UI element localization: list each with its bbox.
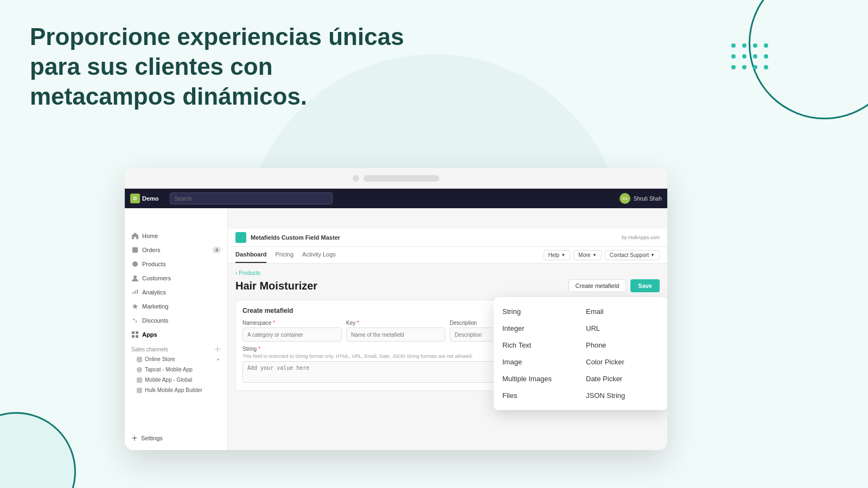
products-icon bbox=[131, 260, 139, 268]
sidebar-item-apps[interactable]: Apps bbox=[125, 328, 227, 342]
product-page: ‹ Products Hair Moisturizer Create metaf… bbox=[228, 264, 667, 397]
key-input[interactable] bbox=[346, 328, 445, 342]
sidebar-item-analytics[interactable]: Analytics bbox=[125, 285, 227, 299]
type-option-multiple-images[interactable]: Multiple Images bbox=[502, 373, 575, 384]
sidebar-label-customers: Customers bbox=[142, 275, 171, 281]
gear-icon bbox=[214, 346, 221, 352]
breadcrumb[interactable]: ‹ Products bbox=[235, 270, 660, 276]
hulk-label: Hulk Mobile App Builder bbox=[145, 387, 202, 393]
sidebar-item-customers[interactable]: Customers bbox=[125, 271, 227, 285]
save-button[interactable]: Save bbox=[630, 279, 660, 292]
help-button[interactable]: Help ▼ bbox=[544, 250, 571, 260]
marketing-icon bbox=[131, 303, 139, 310]
type-option-json-string[interactable]: JSON String bbox=[586, 390, 659, 401]
apps-icon bbox=[131, 331, 139, 338]
tapcat-icon bbox=[137, 367, 142, 373]
bg-circle-bottom-left bbox=[0, 412, 76, 488]
sidebar-item-home[interactable]: Home bbox=[125, 229, 227, 243]
key-field: Key * bbox=[346, 320, 445, 342]
type-option-string[interactable]: String bbox=[502, 306, 575, 317]
sidebar-label-analytics: Analytics bbox=[142, 289, 166, 296]
sidebar-sub-online-store[interactable]: Online Store bbox=[125, 354, 227, 364]
settings-icon bbox=[131, 435, 138, 441]
sidebar-item-marketing[interactable]: Marketing bbox=[125, 299, 227, 313]
type-option-image[interactable]: Image bbox=[502, 356, 575, 368]
svg-rect-6 bbox=[136, 331, 138, 334]
bg-dots bbox=[731, 43, 770, 72]
sidebar-item-products[interactable]: Products bbox=[125, 257, 227, 271]
store-name: Demo bbox=[142, 195, 159, 202]
more-arrow-icon: ▼ bbox=[592, 253, 597, 258]
product-actions: Create metafield Save bbox=[569, 279, 660, 292]
admin-topbar: D Demo SS Shruti Shah bbox=[125, 189, 667, 208]
sidebar-sub-hulk[interactable]: Hulk Mobile App Builder bbox=[125, 385, 227, 395]
sidebar-label-home: Home bbox=[142, 233, 158, 239]
svg-point-3 bbox=[133, 319, 135, 320]
sidebar-item-orders[interactable]: Orders 4 bbox=[125, 243, 227, 257]
customers-icon bbox=[131, 274, 139, 282]
dropdown-grid: String Email Integer URL Rich Text Phone… bbox=[502, 306, 659, 401]
store-logo: D Demo bbox=[130, 194, 159, 203]
app-nav: Dashboard Pricing Activity Logs Help ▼ M… bbox=[228, 247, 667, 264]
svg-point-9 bbox=[216, 348, 219, 350]
titlebar-bar bbox=[363, 175, 439, 182]
by-text: by HulkApps.com bbox=[622, 235, 660, 240]
browser-window: D Demo SS Shruti Shah Home Orders 4 Pro bbox=[125, 168, 667, 450]
topbar-right: SS Shruti Shah bbox=[620, 193, 662, 204]
settings-label: Settings bbox=[141, 435, 163, 441]
orders-badge: 4 bbox=[213, 247, 221, 253]
svg-rect-5 bbox=[132, 331, 135, 334]
browser-titlebar bbox=[125, 168, 667, 189]
sidebar-settings[interactable]: Settings bbox=[125, 432, 228, 445]
app-icon bbox=[235, 232, 246, 243]
online-store-label: Online Store bbox=[145, 356, 175, 362]
hero-section: Proporcione experiencias únicas para sus… bbox=[30, 22, 410, 111]
string-required: * bbox=[258, 346, 260, 352]
sidebar-label-discounts: Discounts bbox=[142, 317, 168, 324]
search-input[interactable] bbox=[170, 192, 333, 204]
contact-support-button[interactable]: Contact Support ▼ bbox=[605, 250, 660, 260]
sidebar: Home Orders 4 Products Customers Analyti… bbox=[125, 189, 228, 450]
type-option-color-picker[interactable]: Color Picker bbox=[586, 356, 659, 368]
svg-rect-8 bbox=[136, 335, 138, 338]
sidebar-label-apps: Apps bbox=[142, 331, 157, 338]
search-container[interactable] bbox=[170, 192, 333, 204]
orders-icon bbox=[131, 246, 139, 254]
sidebar-label-orders: Orders bbox=[142, 247, 161, 253]
hero-title: Proporcione experiencias únicas para sus… bbox=[30, 22, 410, 111]
app-nav-actions: Help ▼ More ▼ Contact Support ▼ bbox=[544, 250, 660, 260]
svg-rect-7 bbox=[132, 335, 135, 338]
tapcat-label: Tapcat - Mobile App bbox=[145, 367, 193, 373]
tab-pricing[interactable]: Pricing bbox=[275, 247, 293, 263]
tab-activity-logs[interactable]: Activity Logs bbox=[302, 247, 336, 263]
type-option-phone[interactable]: Phone bbox=[586, 339, 659, 351]
key-required: * bbox=[357, 320, 359, 326]
tab-activity-label: Activity Logs bbox=[302, 251, 336, 258]
sales-channels-title: Sales channels bbox=[125, 342, 227, 354]
type-option-rich-text[interactable]: Rich Text bbox=[502, 339, 575, 351]
sidebar-label-products: Products bbox=[142, 261, 165, 267]
contact-label: Contact Support bbox=[610, 252, 649, 258]
type-option-email[interactable]: Email bbox=[586, 306, 659, 317]
namespace-required: * bbox=[273, 320, 275, 326]
sidebar-item-discounts[interactable]: Discounts bbox=[125, 313, 227, 328]
discounts-icon bbox=[131, 317, 139, 324]
create-metafield-button[interactable]: Create metafield bbox=[569, 279, 627, 292]
namespace-input[interactable] bbox=[242, 328, 342, 342]
user-name: Shruti Shah bbox=[634, 196, 662, 202]
type-option-integer[interactable]: Integer bbox=[502, 323, 575, 334]
type-option-date-picker[interactable]: Date Picker bbox=[586, 373, 659, 384]
type-option-files[interactable]: Files bbox=[502, 390, 575, 401]
type-dropdown: String Email Integer URL Rich Text Phone… bbox=[494, 297, 667, 410]
tab-dashboard[interactable]: Dashboard bbox=[235, 247, 266, 263]
type-option-url[interactable]: URL bbox=[586, 323, 659, 334]
svg-point-4 bbox=[136, 321, 137, 323]
main-content: Metafields Custom Field Master by HulkAp… bbox=[228, 189, 667, 450]
more-button[interactable]: More ▼ bbox=[573, 250, 602, 260]
sidebar-sub-tapcat[interactable]: Tapcat - Mobile App bbox=[125, 364, 227, 375]
breadcrumb-label: Products bbox=[239, 270, 260, 276]
sales-channels-label: Sales channels bbox=[131, 346, 168, 352]
analytics-icon bbox=[131, 288, 139, 296]
sidebar-sub-mobile-global[interactable]: Mobile App - Global bbox=[125, 375, 227, 385]
namespace-field: Namespace * bbox=[242, 320, 342, 342]
